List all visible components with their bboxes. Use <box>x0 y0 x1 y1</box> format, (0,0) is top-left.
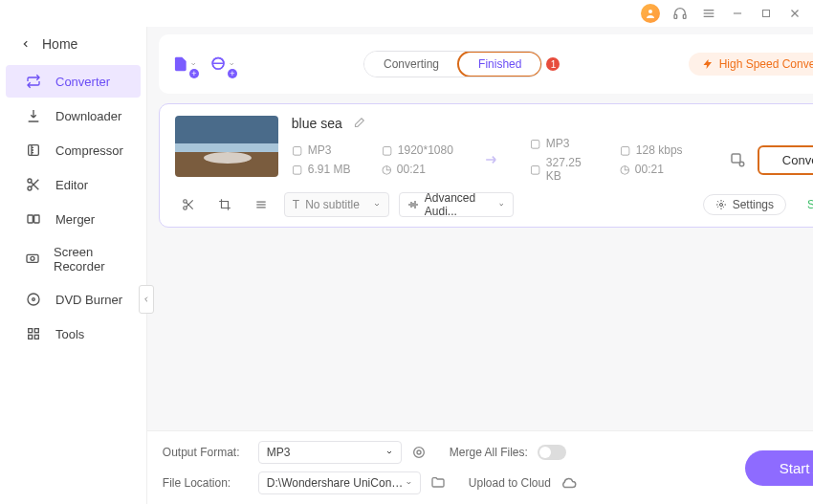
titlebar <box>0 0 813 27</box>
sidebar-item-label: Compressor <box>55 143 123 158</box>
menu-icon[interactable] <box>700 5 717 22</box>
sidebar-item-label: Merger <box>55 212 95 227</box>
audio-icon <box>407 199 419 210</box>
svg-rect-17 <box>27 254 38 262</box>
home-nav[interactable]: Home <box>0 31 146 63</box>
sidebar-item-screen-recorder[interactable]: Screen Recorder <box>6 237 141 281</box>
file-title: blue sea <box>292 116 342 131</box>
gear-icon <box>715 199 727 210</box>
sidebar-item-editor[interactable]: Editor <box>6 168 141 201</box>
rename-icon[interactable] <box>352 117 365 130</box>
footer-bar: Output Format: MP3 Merge All Files: File… <box>147 430 813 504</box>
svg-point-19 <box>28 294 39 305</box>
subtitle-icon: T <box>293 198 299 211</box>
convert-button[interactable]: Convert <box>758 145 813 175</box>
grid-icon <box>25 325 42 342</box>
effect-icon[interactable] <box>248 193 275 216</box>
cloud-icon[interactable] <box>560 474 578 492</box>
src-format: MP3 <box>308 143 332 157</box>
disc-icon <box>25 291 42 308</box>
svg-point-20 <box>33 298 35 301</box>
file-card: blue sea ▢MP3 ▢6.91 MB ▢1920*1080 ◷00:21 <box>159 103 813 228</box>
maximize-icon[interactable] <box>758 5 775 22</box>
download-icon <box>25 107 42 124</box>
output-format-label: Output Format: <box>163 446 249 459</box>
svg-rect-21 <box>29 329 33 333</box>
close-icon[interactable] <box>786 5 803 22</box>
main-panel: + + Converting Finished 1 High Speed Con… <box>147 27 813 504</box>
upload-label: Upload to Cloud <box>469 476 551 490</box>
headset-icon[interactable] <box>671 5 689 22</box>
merge-label: Merge All Files: <box>450 446 528 459</box>
sidebar-item-dvd-burner[interactable]: DVD Burner <box>6 283 141 316</box>
svg-rect-7 <box>763 11 770 17</box>
open-folder-icon[interactable] <box>430 475 446 491</box>
sidebar-item-compressor[interactable]: Compressor <box>6 134 141 166</box>
plus-mini-icon: + <box>228 69 237 78</box>
dst-format: MP3 <box>546 137 570 150</box>
svg-point-18 <box>31 256 34 260</box>
toolbar: + + Converting Finished 1 High Speed Con… <box>159 34 813 94</box>
sidebar-item-downloader[interactable]: Downloader <box>6 99 141 132</box>
merge-toggle[interactable] <box>538 445 566 460</box>
status-tabs: Converting Finished <box>363 51 542 77</box>
sidebar: Home Converter Downloader Compressor Edi… <box>0 27 147 504</box>
src-duration: 00:21 <box>397 163 426 176</box>
tab-finished[interactable]: Finished <box>457 51 542 77</box>
bolt-icon <box>702 58 714 70</box>
settings-button[interactable]: Settings <box>703 194 786 215</box>
collapse-sidebar-button[interactable] <box>139 285 154 314</box>
crop-icon[interactable] <box>211 193 238 216</box>
sidebar-item-tools[interactable]: Tools <box>6 318 141 350</box>
chevron-left-icon <box>21 39 31 49</box>
finished-count-badge: 1 <box>546 57 560 71</box>
output-format-select[interactable]: MP3 <box>258 441 402 464</box>
trim-icon[interactable] <box>175 193 202 216</box>
clock-icon: ◷ <box>620 163 629 176</box>
svg-rect-22 <box>34 329 38 333</box>
screen-icon: ▢ <box>382 143 392 157</box>
compress-icon <box>25 142 42 159</box>
user-avatar-icon[interactable] <box>641 4 660 23</box>
sidebar-item-converter[interactable]: Converter <box>6 65 141 98</box>
add-url-button[interactable]: + <box>210 52 235 77</box>
sidebar-item-label: DVD Burner <box>55 293 122 307</box>
svg-point-11 <box>28 179 32 183</box>
src-resolution: 1920*1080 <box>398 143 453 157</box>
file-location-label: File Location: <box>163 476 249 490</box>
dst-size: 327.25 KB <box>546 156 597 183</box>
sidebar-item-label: Editor <box>55 178 88 192</box>
svg-point-41 <box>413 448 424 458</box>
sidebar-item-merger[interactable]: Merger <box>6 203 141 235</box>
subtitle-dropdown[interactable]: T No subtitle <box>284 192 389 217</box>
add-file-button[interactable]: + <box>172 52 197 77</box>
svg-rect-24 <box>34 335 38 339</box>
svg-rect-23 <box>29 335 33 339</box>
clock-icon: ◷ <box>382 163 391 176</box>
svg-point-40 <box>719 204 722 207</box>
tab-converting[interactable]: Converting <box>364 52 458 77</box>
svg-point-0 <box>648 10 652 13</box>
folder-icon: ▢ <box>530 163 540 176</box>
format-settings-icon[interactable] <box>411 445 427 460</box>
video-thumbnail[interactable] <box>175 116 278 177</box>
plus-mini-icon: + <box>189 69 199 78</box>
high-speed-button[interactable]: High Speed Conversion <box>689 53 813 76</box>
dst-duration: 00:21 <box>635 163 664 176</box>
preset-icon[interactable] <box>729 151 746 168</box>
bitrate-icon: ▢ <box>620 143 630 157</box>
file-location-select[interactable]: D:\Wondershare UniConverter 1 <box>258 471 421 494</box>
sidebar-item-label: Screen Recorder <box>54 245 123 274</box>
recorder-icon <box>25 251 40 268</box>
svg-point-12 <box>28 186 32 190</box>
svg-rect-1 <box>674 14 677 18</box>
start-all-button[interactable]: Start All <box>745 450 813 486</box>
svg-rect-15 <box>28 215 33 223</box>
home-label: Home <box>42 36 77 52</box>
merge-icon <box>25 210 42 228</box>
minimize-icon[interactable] <box>729 5 746 22</box>
sidebar-item-label: Converter <box>55 75 110 89</box>
audio-dropdown[interactable]: Advanced Audi... <box>399 192 514 217</box>
folder-icon: ▢ <box>292 163 302 176</box>
sidebar-item-label: Tools <box>55 327 84 341</box>
